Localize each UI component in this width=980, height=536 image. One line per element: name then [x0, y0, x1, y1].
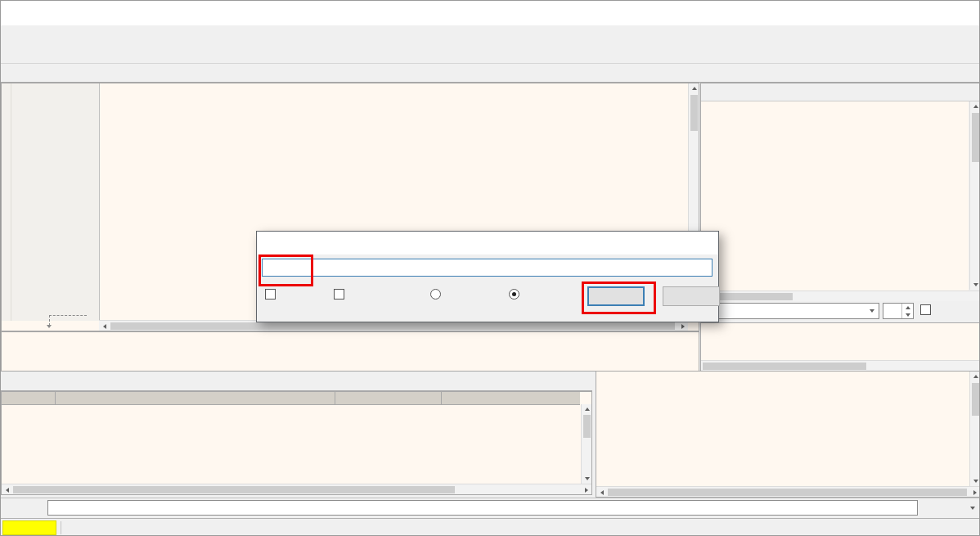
radio-icon [430, 289, 441, 300]
xedparse-radio[interactable] [430, 289, 445, 300]
x32dbg-window [0, 0, 980, 536]
registers-hscrollbar[interactable] [701, 291, 980, 301]
registers-list [701, 101, 969, 292]
unlock-checkbox[interactable] [920, 304, 935, 315]
debug-state-badge [2, 520, 56, 535]
dialog-title-bar [257, 232, 718, 254]
arguments-hscrollbar[interactable] [701, 360, 980, 371]
dump-header [2, 392, 580, 405]
bottom-tabs [1, 372, 592, 391]
arg-count-stepper[interactable] [883, 303, 914, 319]
command-input[interactable] [47, 500, 918, 516]
dump-header-ascii [335, 392, 442, 404]
close-button[interactable] [946, 1, 979, 25]
maximize-button[interactable] [914, 1, 946, 25]
memory-dump-panel [1, 391, 592, 495]
registers-panel [700, 83, 980, 372]
toolbar [1, 43, 979, 64]
arguments-list [701, 322, 980, 364]
info-box [1, 331, 699, 372]
cancel-button[interactable] [663, 286, 720, 306]
arg-count-value [883, 304, 901, 318]
stack-rows [596, 372, 969, 487]
dump-rows [2, 405, 580, 484]
checkbox-checked-icon [334, 289, 344, 300]
radio-selected-icon [509, 289, 519, 300]
view-tabs [1, 64, 979, 83]
title-bar [1, 1, 979, 25]
registers-vscrollbar[interactable] [969, 101, 980, 290]
jump-arrow-icon [47, 325, 52, 328]
disassembly-sidebar [2, 83, 100, 321]
assemble-dialog [256, 231, 719, 322]
dump-header-hex [56, 392, 335, 404]
menu-bar [1, 25, 979, 44]
keep-size-checkbox[interactable] [265, 289, 280, 300]
asmjit-radio[interactable] [509, 289, 524, 300]
chevron-down-icon [970, 507, 975, 510]
chevron-down-icon [870, 309, 874, 313]
checkbox-icon [920, 304, 931, 315]
hide-fpu-button[interactable] [701, 83, 980, 101]
command-dropdown[interactable] [921, 500, 978, 516]
ok-button[interactable] [587, 286, 645, 306]
stack-panel [596, 371, 980, 498]
stack-hscrollbar[interactable] [596, 486, 980, 497]
stack-vscrollbar[interactable] [969, 372, 980, 486]
fill-nop-checkbox[interactable] [334, 289, 348, 300]
command-bar [1, 498, 980, 518]
calling-convention-row [701, 301, 980, 322]
jump-line [49, 315, 87, 316]
calling-convention-dropdown[interactable] [704, 303, 879, 319]
dump-header-address [2, 392, 56, 404]
minimize-button[interactable] [881, 1, 914, 25]
dump-hscrollbar[interactable] [2, 484, 591, 494]
status-bar [1, 518, 980, 536]
checkbox-checked-icon [265, 289, 276, 300]
dump-vscrollbar[interactable] [581, 404, 591, 484]
assemble-instruction-input[interactable] [262, 259, 713, 277]
